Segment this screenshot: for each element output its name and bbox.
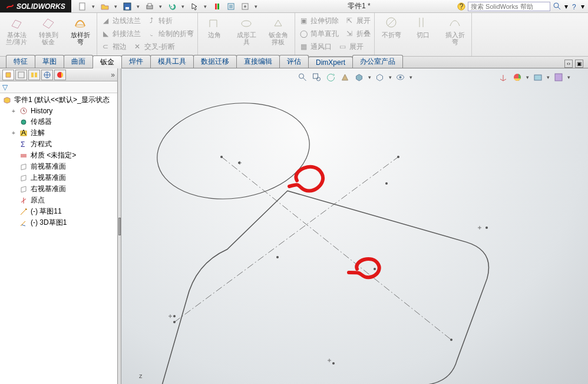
base-flange-icon — [9, 15, 24, 30]
ribbon-group-cut: ▣拉伸切除 ⇱展开 ◯简单直孔 ⇲折叠 ▦通风口 ▭展开 — [295, 13, 375, 56]
forming-tool-button[interactable]: 成形工具 — [233, 15, 259, 45]
simple-hole-button[interactable]: ◯简单直孔 — [299, 28, 339, 40]
new-file-button[interactable] — [77, 1, 88, 12]
hem-button[interactable]: ⊂褶边 — [101, 41, 127, 52]
grip-icon — [118, 218, 121, 235]
settings-button[interactable] — [240, 1, 250, 12]
lofted-bend-button[interactable]: 放样折弯 — [67, 15, 93, 45]
rebuild-button[interactable] — [212, 1, 222, 12]
tab-feature[interactable]: 特征 — [6, 55, 35, 68]
tree-front-plane[interactable]: 前视基准面 — [0, 161, 117, 172]
tree-3dsketch1[interactable]: (-) 3D草图1 — [0, 217, 117, 228]
open-file-button[interactable] — [100, 1, 110, 12]
svg-point-39 — [220, 156, 223, 158]
tree-equations[interactable]: Σ方程式 — [0, 139, 117, 150]
print-button[interactable] — [144, 1, 155, 12]
svg-rect-19 — [35, 73, 37, 77]
tree-right-plane[interactable]: 右视基准面 — [0, 183, 117, 195]
settings-dropdown[interactable]: ▾ — [254, 4, 259, 9]
flatten-button[interactable]: ▭展开 — [338, 41, 364, 52]
select-dropdown[interactable]: ▾ — [203, 4, 208, 9]
extruded-cut-button[interactable]: ▣拉伸切除 — [299, 15, 339, 27]
sketched-bend-button[interactable]: ⦦绘制的折弯 — [147, 28, 194, 40]
tree-origin[interactable]: 原点 — [0, 195, 117, 206]
panel-tab-bar: » — [0, 68, 117, 81]
tab-surface[interactable]: 曲面 — [64, 55, 93, 68]
svg-point-14 — [75, 25, 85, 27]
sensor-icon — [19, 117, 28, 127]
tree-top-plane[interactable]: 上视基准面 — [0, 172, 117, 183]
cross-break-button[interactable]: ✕交叉-折断 — [133, 41, 175, 52]
new-dropdown[interactable]: ▾ — [91, 4, 96, 9]
fold-button[interactable]: ⇲折叠 — [345, 28, 371, 40]
plane-icon — [19, 173, 28, 183]
search-icon[interactable] — [553, 2, 562, 11]
vent-button[interactable]: ▦通风口 — [299, 41, 332, 52]
svg-point-42 — [450, 339, 452, 341]
save-dropdown[interactable]: ▾ — [136, 4, 141, 9]
property-tab[interactable] — [15, 70, 27, 80]
insert-bend-icon — [447, 15, 463, 30]
tree-filter[interactable]: ▽ — [0, 81, 117, 93]
tab-sketch[interactable]: 草图 — [35, 55, 64, 68]
rip-icon — [415, 15, 431, 30]
open-dropdown[interactable]: ▾ — [114, 4, 118, 9]
history-icon — [19, 106, 28, 116]
tree-history[interactable]: +History — [0, 106, 117, 116]
svg-rect-4 — [148, 4, 151, 6]
base-flange-button[interactable]: 基体法兰/薄片 — [4, 15, 29, 45]
tree-material[interactable]: 材质 <未指定> — [0, 150, 117, 161]
convert-sheetmetal-button[interactable]: 转换到钣金 — [35, 15, 61, 45]
undo-button[interactable] — [167, 1, 177, 12]
tab-mold[interactable]: 模具工具 — [150, 55, 194, 68]
svg-point-38 — [151, 94, 316, 209]
tab-evaluate[interactable]: 评估 — [279, 55, 309, 68]
annotation-icon: A — [19, 129, 28, 138]
jog-icon: ⤴ — [147, 16, 156, 25]
quick-access-toolbar: ▾ ▾ ▾ ▾ ▾ ▾ ▾ — [71, 1, 265, 12]
search-dropdown[interactable]: ▾ — [564, 2, 568, 11]
tree-sketch11[interactable]: (-) 草图11 — [0, 206, 117, 217]
rip-button[interactable]: 切口 — [410, 15, 436, 45]
config-tab[interactable] — [28, 70, 40, 80]
tab-directedit[interactable]: 直接编辑 — [236, 55, 280, 68]
unfold-button[interactable]: ⇱展开 — [345, 15, 371, 27]
options-button[interactable] — [226, 1, 236, 12]
no-bend-button[interactable]: 不折弯 — [378, 15, 404, 45]
tree-sensors[interactable]: 传感器 — [0, 116, 117, 127]
print-dropdown[interactable]: ▾ — [158, 4, 163, 9]
collapse-button[interactable]: ▣ — [575, 60, 583, 68]
graphics-viewport[interactable]: ▾ ▾ ▾ ▾ ▾ ▾ — [121, 68, 588, 384]
expand-button[interactable]: ‹› — [564, 60, 573, 68]
help-dropdown[interactable]: ▾ — [581, 2, 584, 11]
feature-tree-tab[interactable] — [2, 70, 14, 80]
material-icon — [19, 151, 28, 160]
jog-button[interactable]: ⤴转折 — [147, 15, 173, 27]
gusset-button[interactable]: 钣金角撑板 — [265, 15, 291, 45]
svg-point-12 — [554, 3, 559, 8]
title-bar: SOLIDWORKS ▾ ▾ ▾ ▾ ▾ ▾ ▾ 零件1 * ? ▾ ?▾ — [0, 0, 588, 13]
svg-text:?: ? — [572, 3, 576, 11]
select-button[interactable] — [189, 1, 200, 12]
edge-flange-button[interactable]: ◢边线法兰 — [101, 15, 141, 27]
tab-weldment[interactable]: 焊件 — [121, 55, 151, 68]
sketch-icon — [19, 207, 28, 216]
ribbon-group-bend: 不折弯 切口 插入折弯 — [375, 13, 472, 56]
help-question-icon[interactable]: ? — [570, 2, 579, 11]
sketch-canvas — [121, 68, 588, 384]
tab-dimxpert[interactable]: DimXpert — [308, 57, 353, 68]
save-button[interactable] — [122, 1, 133, 12]
search-input[interactable] — [468, 2, 550, 11]
insert-bend-button[interactable]: 插入折弯 — [442, 15, 468, 45]
tab-sheetmetal[interactable]: 钣金 — [93, 55, 122, 68]
dimxpert-tab[interactable] — [41, 70, 53, 80]
corner-button[interactable]: 边角 — [201, 15, 227, 45]
display-tab[interactable] — [54, 70, 66, 80]
panel-expand-button[interactable]: » — [111, 71, 115, 79]
undo-dropdown[interactable]: ▾ — [181, 4, 186, 9]
tab-office[interactable]: 办公室产品 — [352, 55, 403, 68]
tree-root[interactable]: 零件1 (默认<<默认>_显示状态 — [0, 94, 117, 106]
tree-annotations[interactable]: +A注解 — [0, 127, 117, 139]
miter-flange-button[interactable]: ◣斜接法兰 — [101, 28, 141, 40]
tab-data[interactable]: 数据迁移 — [193, 55, 237, 68]
